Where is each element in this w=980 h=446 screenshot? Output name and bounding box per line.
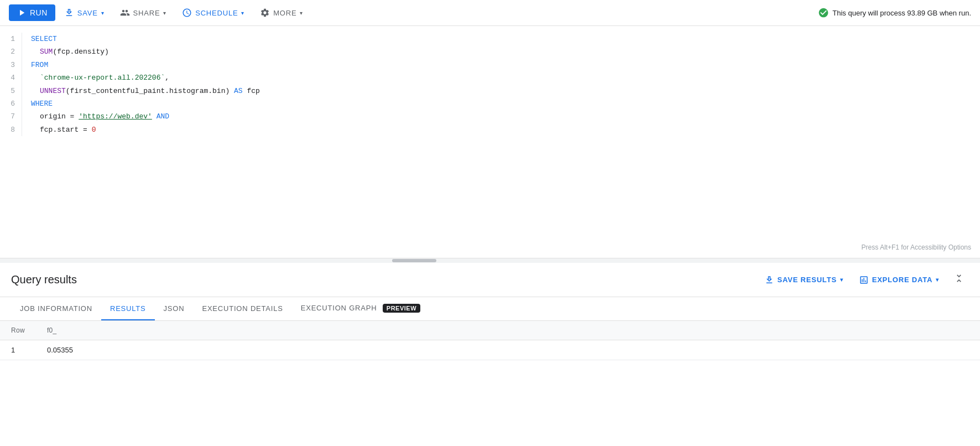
- save-button[interactable]: SAVE ▾: [58, 4, 111, 21]
- query-info: This query will process 93.89 GB when ru…: [818, 7, 971, 18]
- code-line-5: UNNEST(first_contentful_paint.histogram.…: [31, 85, 971, 97]
- col-f0: f0_: [36, 321, 84, 340]
- results-actions: SAVE RESULTS ▾ EXPLORE DATA ▾: [759, 271, 969, 289]
- results-section: Query results SAVE RESULTS ▾ EXPLORE DAT…: [0, 263, 980, 360]
- run-icon: [17, 8, 27, 18]
- table-header-row: Row f0_: [0, 321, 980, 340]
- tab-json[interactable]: JSON: [155, 298, 194, 320]
- save-label: SAVE: [77, 9, 98, 17]
- explore-data-label: EXPLORE DATA: [872, 276, 933, 284]
- schedule-button[interactable]: SCHEDULE ▾: [175, 4, 251, 21]
- col-row: Row: [0, 321, 36, 340]
- more-chevron-icon: ▾: [300, 10, 303, 16]
- code-line-1: SELECT: [31, 33, 971, 45]
- save-results-icon: [764, 275, 774, 285]
- schedule-chevron-icon: ▾: [241, 10, 244, 16]
- editor-area[interactable]: 1 2 3 4 5 6 7 8 SELECT SUM(fcp.density) …: [0, 26, 980, 258]
- line-numbers: 1 2 3 4 5 6 7 8: [0, 33, 22, 136]
- share-icon: [120, 8, 130, 18]
- cell-f0-1: 0.05355: [36, 340, 84, 360]
- save-icon: [64, 8, 74, 18]
- code-line-2: SUM(fcp.density): [31, 45, 971, 58]
- save-results-label: SAVE RESULTS: [778, 276, 837, 284]
- table-row: 1 0.05355: [0, 340, 980, 360]
- scrollbar-thumb[interactable]: [392, 259, 436, 262]
- code-block: 1 2 3 4 5 6 7 8 SELECT SUM(fcp.density) …: [0, 26, 980, 143]
- schedule-icon: [182, 8, 192, 18]
- run-label: RUN: [30, 8, 48, 17]
- results-header: Query results SAVE RESULTS ▾ EXPLORE DAT…: [0, 263, 980, 297]
- query-info-text: This query will process 93.89 GB when ru…: [832, 9, 971, 17]
- save-results-button[interactable]: SAVE RESULTS ▾: [759, 272, 849, 288]
- save-results-chevron-icon: ▾: [840, 277, 843, 283]
- code-line-4: `chrome-ux-report.all.202206`,: [31, 71, 971, 84]
- code-line-3: FROM: [31, 59, 971, 71]
- tabs-bar: JOB INFORMATION RESULTS JSON EXECUTION D…: [0, 297, 980, 321]
- share-label: SHARE: [133, 9, 160, 17]
- more-label: MORE: [273, 9, 296, 17]
- col-empty: [84, 321, 980, 340]
- results-table: Row f0_ 1 0.05355: [0, 321, 980, 360]
- more-icon: [260, 8, 270, 18]
- horizontal-scrollbar[interactable]: [0, 258, 980, 263]
- tab-execution-graph[interactable]: EXECUTION GRAPH PREVIEW: [292, 297, 429, 320]
- expand-icon: [953, 273, 965, 284]
- code-line-6: WHERE: [31, 97, 971, 110]
- tab-execution-details[interactable]: EXECUTION DETAILS: [193, 298, 291, 320]
- preview-badge: PREVIEW: [383, 304, 420, 313]
- code-line-8: fcp.start = 0: [31, 123, 971, 136]
- code-line-7: origin = 'https://web.dev' AND: [31, 110, 971, 123]
- expand-button[interactable]: [949, 271, 969, 289]
- accessibility-hint: Press Alt+F1 for Accessibility Options: [862, 243, 971, 251]
- explore-data-chevron-icon: ▾: [936, 277, 939, 283]
- cell-row-1: 1: [0, 340, 36, 360]
- save-chevron-icon: ▾: [101, 10, 105, 16]
- tab-job-information[interactable]: JOB INFORMATION: [11, 298, 101, 320]
- toolbar: RUN SAVE ▾ SHARE ▾ SCHEDULE ▾ MORE ▾ Thi: [0, 0, 980, 26]
- results-title: Query results: [11, 273, 77, 286]
- more-button[interactable]: MORE ▾: [253, 4, 310, 21]
- tab-results[interactable]: RESULTS: [101, 298, 155, 320]
- share-chevron-icon: ▾: [163, 10, 166, 16]
- run-button[interactable]: RUN: [9, 4, 55, 21]
- explore-data-icon: [859, 275, 869, 285]
- code-content[interactable]: SELECT SUM(fcp.density) FROM `chrome-ux-…: [31, 33, 980, 136]
- explore-data-button[interactable]: EXPLORE DATA ▾: [853, 272, 945, 288]
- check-circle-icon: [818, 7, 829, 18]
- share-button[interactable]: SHARE ▾: [113, 4, 174, 21]
- schedule-label: SCHEDULE: [195, 9, 238, 17]
